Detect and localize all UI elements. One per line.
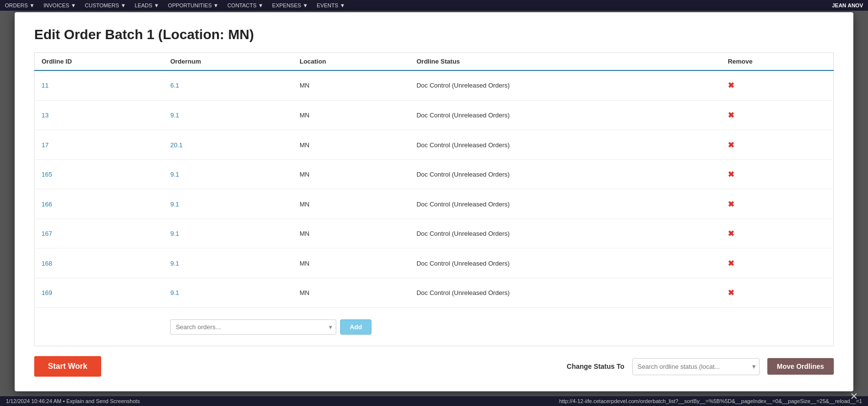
cell-ordline-id: 165 [35, 159, 164, 189]
ordernum-link[interactable]: 9.1 [170, 289, 179, 296]
table-row: 139.1MNDoc Control (Unreleased Orders)✖ [35, 100, 834, 130]
cell-ordernum: 9.1 [163, 159, 293, 189]
move-ordlines-button[interactable]: Move Ordlines [767, 358, 834, 375]
ordline-id-link[interactable]: 166 [42, 201, 52, 208]
cell-remove: ✖ [721, 248, 833, 278]
user-name: JEAN ANOV [832, 2, 863, 8]
nav-item-invoices[interactable]: INVOICES ▼ [43, 2, 76, 8]
nav-item-orders[interactable]: ORDERS ▼ [5, 2, 35, 8]
modal-title: Edit Order Batch 1 (Location: MN) [34, 27, 834, 43]
change-status-label: Change Status To [567, 362, 625, 370]
ordernum-link[interactable]: 9.1 [170, 260, 179, 267]
nav-item-opportunities[interactable]: OPPORTUNITIES ▼ [168, 2, 219, 8]
cell-location: MN [293, 70, 410, 100]
ordernum-link[interactable]: 6.1 [170, 82, 179, 89]
cell-ordernum: 9.1 [163, 248, 293, 278]
cell-remove: ✖ [721, 159, 833, 189]
cell-ordline-status: Doc Control (Unreleased Orders) [410, 189, 721, 219]
cell-ordernum: 9.1 [163, 278, 293, 308]
ordernum-link[interactable]: 9.1 [170, 171, 179, 178]
start-work-button[interactable]: Start Work [34, 356, 101, 377]
status-url: http://4-12-iife.cetacerpdevel.com/order… [559, 398, 862, 404]
cell-location: MN [293, 278, 410, 308]
orders-search-input[interactable] [170, 319, 336, 335]
ordline-id-link[interactable]: 11 [42, 82, 48, 89]
search-row: Add [35, 308, 834, 346]
bottom-bar: Start Work Change Status To Move Ordline… [34, 356, 834, 377]
search-container: Add [170, 319, 826, 335]
table-header-row: Ordline ID Ordernum Location Ordline Sta… [35, 53, 834, 71]
ordernum-link[interactable]: 9.1 [170, 201, 179, 208]
table-row: 1659.1MNDoc Control (Unreleased Orders)✖ [35, 159, 834, 189]
nav-item-events[interactable]: EVENTS ▼ [317, 2, 345, 8]
remove-icon[interactable]: ✖ [728, 170, 734, 179]
status-bar: 1/12/2024 10:46:24 AM • Explain and Send… [0, 396, 868, 406]
col-header-remove: Remove [721, 53, 833, 71]
cell-ordernum: 9.1 [163, 189, 293, 219]
table-row: 116.1MNDoc Control (Unreleased Orders)✖ [35, 70, 834, 100]
cell-ordline-status: Doc Control (Unreleased Orders) [410, 278, 721, 308]
status-text: 1/12/2024 10:46:24 AM • Explain and Send… [6, 398, 140, 404]
nav-item-contacts[interactable]: CONTACTS ▼ [227, 2, 263, 8]
cell-ordline-id: 17 [35, 130, 164, 160]
table-row: 1679.1MNDoc Control (Unreleased Orders)✖ [35, 219, 834, 248]
cell-remove: ✖ [721, 219, 833, 248]
nav-item-leads[interactable]: LEADS ▼ [135, 2, 159, 8]
remove-icon[interactable]: ✖ [728, 259, 734, 268]
ordline-id-link[interactable]: 17 [42, 141, 48, 149]
ordline-id-link[interactable]: 167 [42, 230, 52, 237]
ordernum-link[interactable]: 9.1 [170, 230, 179, 237]
close-button[interactable]: ✕ [850, 390, 858, 402]
nav-item-expenses[interactable]: EXPENSES ▼ [272, 2, 308, 8]
cell-remove: ✖ [721, 189, 833, 219]
cell-ordernum: 20.1 [163, 130, 293, 160]
cell-remove: ✖ [721, 130, 833, 160]
ordline-id-link[interactable]: 169 [42, 289, 52, 296]
ordline-id-link[interactable]: 168 [42, 260, 52, 267]
cell-ordernum: 9.1 [163, 219, 293, 248]
search-cell: Add [163, 308, 833, 346]
orders-search-wrap [170, 319, 336, 335]
cell-location: MN [293, 130, 410, 160]
cell-ordline-id: 166 [35, 189, 164, 219]
col-header-ordline-id: Ordline ID [35, 53, 164, 71]
cell-ordline-id: 168 [35, 248, 164, 278]
remove-icon[interactable]: ✖ [728, 200, 734, 208]
ordline-id-link[interactable]: 165 [42, 171, 52, 178]
remove-icon[interactable]: ✖ [728, 81, 734, 90]
cell-ordline-status: Doc Control (Unreleased Orders) [410, 70, 721, 100]
col-header-ordernum: Ordernum [163, 53, 293, 71]
search-empty-cell [35, 308, 164, 346]
cell-remove: ✖ [721, 70, 833, 100]
remove-icon[interactable]: ✖ [728, 229, 734, 238]
remove-icon[interactable]: ✖ [728, 141, 734, 149]
cell-ordline-id: 167 [35, 219, 164, 248]
cell-ordernum: 9.1 [163, 100, 293, 130]
remove-icon[interactable]: ✖ [728, 289, 734, 297]
status-search-wrap [632, 358, 760, 375]
modal-overlay: Edit Order Batch 1 (Location: MN) Ordlin… [15, 12, 853, 391]
ordernum-link[interactable]: 20.1 [170, 141, 182, 149]
cell-location: MN [293, 100, 410, 130]
cell-ordline-status: Doc Control (Unreleased Orders) [410, 248, 721, 278]
remove-icon[interactable]: ✖ [728, 111, 734, 119]
cell-location: MN [293, 248, 410, 278]
cell-ordline-status: Doc Control (Unreleased Orders) [410, 159, 721, 189]
add-button[interactable]: Add [340, 319, 371, 335]
table-row: 1720.1MNDoc Control (Unreleased Orders)✖ [35, 130, 834, 160]
cell-ordline-id: 169 [35, 278, 164, 308]
cell-remove: ✖ [721, 100, 833, 130]
ordline-id-link[interactable]: 13 [42, 112, 48, 119]
cell-ordline-status: Doc Control (Unreleased Orders) [410, 100, 721, 130]
cell-ordline-id: 13 [35, 100, 164, 130]
cell-ordernum: 6.1 [163, 70, 293, 100]
table-row: 1699.1MNDoc Control (Unreleased Orders)✖ [35, 278, 834, 308]
cell-ordline-status: Doc Control (Unreleased Orders) [410, 219, 721, 248]
nav-item-customers[interactable]: CUSTOMERS ▼ [85, 2, 126, 8]
ordernum-link[interactable]: 9.1 [170, 112, 179, 119]
top-nav: ORDERS ▼ INVOICES ▼ CUSTOMERS ▼ LEADS ▼ … [0, 0, 868, 11]
cell-location: MN [293, 189, 410, 219]
col-header-location: Location [293, 53, 410, 71]
status-search-input[interactable] [632, 358, 760, 375]
cell-location: MN [293, 219, 410, 248]
